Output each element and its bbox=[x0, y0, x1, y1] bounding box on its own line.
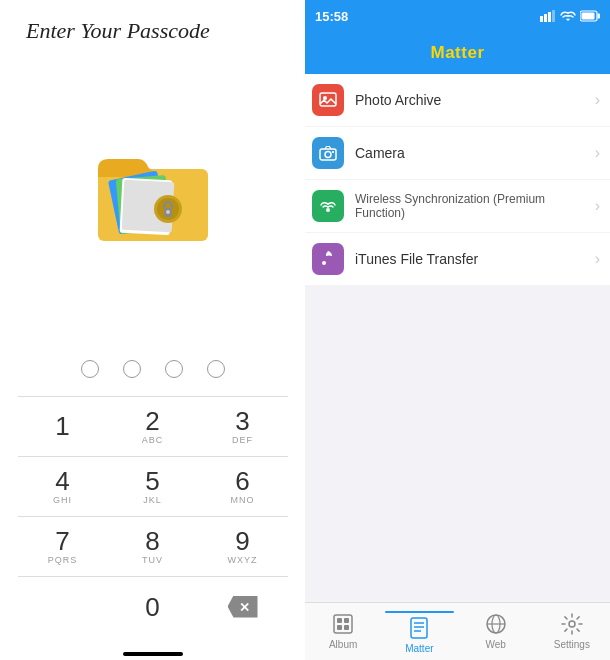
key-delete[interactable]: ✕ bbox=[198, 576, 288, 636]
key-6[interactable]: 6 MNO bbox=[198, 456, 288, 516]
keypad-row-3: 7 PQRS 8 TUV 9 WXYZ bbox=[10, 516, 295, 576]
wireless-sync-label: Wireless Synchronization (Premium Functi… bbox=[351, 192, 595, 220]
svg-rect-18 bbox=[320, 149, 336, 160]
svg-rect-25 bbox=[337, 625, 342, 630]
photo-archive-label: Photo Archive bbox=[351, 92, 595, 108]
key-1[interactable]: 1 bbox=[18, 396, 108, 456]
svg-point-21 bbox=[326, 208, 330, 212]
status-time: 15:58 bbox=[315, 9, 348, 24]
tab-web[interactable]: Web bbox=[458, 609, 534, 650]
keypad-row-4: 0 ✕ bbox=[10, 576, 295, 636]
svg-point-19 bbox=[325, 152, 331, 158]
tab-album-label: Album bbox=[329, 639, 357, 650]
passcode-panel: Enter Your Passcode bbox=[0, 0, 305, 660]
svg-rect-22 bbox=[334, 615, 352, 633]
svg-rect-23 bbox=[337, 618, 342, 623]
key-4[interactable]: 4 GHI bbox=[18, 456, 108, 516]
battery-icon bbox=[580, 10, 600, 22]
itunes-icon bbox=[318, 249, 338, 269]
svg-point-34 bbox=[569, 621, 575, 627]
key-8[interactable]: 8 TUV bbox=[108, 516, 198, 576]
folder-icon-area bbox=[93, 54, 213, 360]
passcode-dot-1 bbox=[81, 360, 99, 378]
passcode-title: Enter Your Passcode bbox=[0, 0, 305, 54]
itunes-label: iTunes File Transfer bbox=[351, 251, 595, 267]
menu-icon-photo bbox=[305, 74, 351, 126]
key-0[interactable]: 0 bbox=[108, 576, 198, 636]
svg-point-8 bbox=[166, 210, 170, 214]
tab-album[interactable]: Album bbox=[305, 609, 381, 650]
tab-settings-label: Settings bbox=[554, 639, 590, 650]
svg-rect-12 bbox=[552, 10, 555, 22]
passcode-dots bbox=[81, 360, 225, 378]
camera-icon-box bbox=[312, 137, 344, 169]
passcode-dot-3 bbox=[165, 360, 183, 378]
itunes-chevron: › bbox=[595, 250, 610, 268]
menu-icon-camera bbox=[305, 127, 351, 179]
photo-archive-chevron: › bbox=[595, 91, 610, 109]
status-icons bbox=[540, 10, 600, 22]
delete-icon: ✕ bbox=[228, 596, 258, 618]
camera-label: Camera bbox=[351, 145, 595, 161]
svg-rect-10 bbox=[544, 14, 547, 22]
wifi-icon-box bbox=[312, 190, 344, 222]
svg-rect-20 bbox=[332, 151, 334, 153]
svg-rect-27 bbox=[411, 618, 427, 638]
key-3[interactable]: 3 DEF bbox=[198, 396, 288, 456]
keypad-row-1: 1 2 ABC 3 DEF bbox=[10, 396, 295, 456]
tab-album-icon bbox=[330, 611, 356, 637]
menu-item-photo-archive[interactable]: Photo Archive › bbox=[305, 74, 610, 126]
key-2[interactable]: 2 ABC bbox=[108, 396, 198, 456]
tab-settings-icon bbox=[559, 611, 585, 637]
tab-web-icon bbox=[483, 611, 509, 637]
tab-settings[interactable]: Settings bbox=[534, 609, 610, 650]
keypad: 1 2 ABC 3 DEF 4 GHI 5 JKL 6 bbox=[0, 396, 305, 646]
wireless-sync-chevron: › bbox=[595, 197, 610, 215]
key-5[interactable]: 5 JKL bbox=[108, 456, 198, 516]
signal-icon bbox=[540, 10, 556, 22]
tab-matter-icon bbox=[406, 615, 432, 641]
app-header: Matter bbox=[305, 32, 610, 74]
status-bar: 15:58 bbox=[305, 0, 610, 32]
itunes-icon-box bbox=[312, 243, 344, 275]
bottom-bar bbox=[123, 652, 183, 656]
passcode-dot-2 bbox=[123, 360, 141, 378]
photo-archive-icon-box bbox=[312, 84, 344, 116]
app-title: Matter bbox=[430, 43, 484, 63]
menu-item-camera[interactable]: Camera › bbox=[305, 127, 610, 179]
svg-rect-11 bbox=[548, 12, 551, 22]
photo-icon bbox=[318, 90, 338, 110]
svg-rect-15 bbox=[582, 13, 595, 20]
key-7[interactable]: 7 PQRS bbox=[18, 516, 108, 576]
tab-bar: Album Matter Web bbox=[305, 602, 610, 660]
keypad-row-2: 4 GHI 5 JKL 6 MNO bbox=[10, 456, 295, 516]
menu-item-itunes[interactable]: iTunes File Transfer › bbox=[305, 233, 610, 285]
menu-icon-wifi bbox=[305, 180, 351, 232]
menu-item-wireless-sync[interactable]: Wireless Synchronization (Premium Functi… bbox=[305, 180, 610, 232]
tab-matter-label: Matter bbox=[405, 643, 433, 654]
key-9[interactable]: 9 WXYZ bbox=[198, 516, 288, 576]
svg-rect-24 bbox=[344, 618, 349, 623]
tab-web-label: Web bbox=[485, 639, 505, 650]
svg-rect-9 bbox=[540, 16, 543, 22]
folder-lock-icon bbox=[93, 147, 213, 247]
camera-icon bbox=[318, 143, 338, 163]
key-empty bbox=[18, 576, 108, 636]
wireless-icon bbox=[318, 196, 338, 216]
tab-matter[interactable]: Matter bbox=[381, 609, 457, 654]
right-panel: 15:58 Matter bbox=[305, 0, 610, 660]
camera-chevron: › bbox=[595, 144, 610, 162]
svg-rect-16 bbox=[320, 93, 336, 106]
svg-rect-26 bbox=[344, 625, 349, 630]
passcode-dot-4 bbox=[207, 360, 225, 378]
tab-matter-active-bar bbox=[385, 611, 454, 613]
svg-rect-14 bbox=[598, 14, 601, 19]
menu-icon-itunes bbox=[305, 233, 351, 285]
wifi-icon bbox=[560, 10, 576, 22]
menu-list: Photo Archive › Camera › bbox=[305, 74, 610, 602]
